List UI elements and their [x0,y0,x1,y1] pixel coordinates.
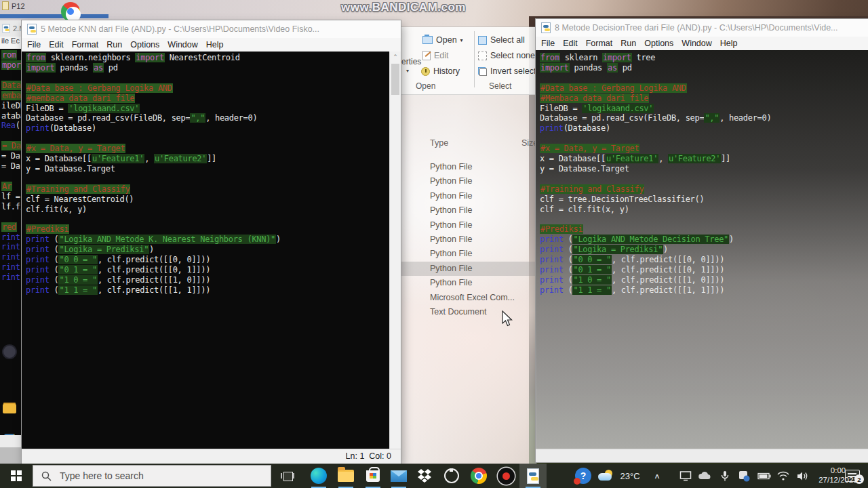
code-line: print ("1 1 = ", clf.predict([[1, 1]])) [26,285,401,296]
edge-icon [311,468,327,484]
open-button-label: Open [436,35,457,45]
code-line: FileDB = 'logikaand.csv' [540,104,868,114]
taskbar-python-idle[interactable] [519,464,547,488]
code-fragment: lf.fi [1,202,22,212]
task-view-button[interactable] [273,464,302,488]
battery-icon [757,472,771,480]
python-desktop-icon[interactable] [4,434,15,435]
start-button[interactable] [0,464,33,488]
background-window-titlebar[interactable]: 2.M [0,20,22,37]
taskbar-bandicam[interactable] [492,464,519,488]
explorer-row[interactable]: Python File [401,160,536,174]
select-none-icon [478,52,487,60]
code-line: print ("0 0 = ", clf.predict([[0, 0]])) [540,255,868,265]
properties-button-partial[interactable]: erties [401,57,421,66]
explorer-row[interactable]: Python File [401,276,536,290]
explorer-row[interactable]: Python File [401,174,536,188]
scroll-up-icon[interactable]: ⌃ [390,52,401,60]
weather-button[interactable] [597,464,616,488]
menu-item-window[interactable]: Window [163,40,201,49]
python-file-icon [541,22,551,33]
code-fragment: rint [1,262,20,272]
search-input[interactable] [58,470,248,482]
edit-button-label: Edit [434,51,449,60]
taskbar-file-explorer[interactable] [332,464,359,488]
explorer-row[interactable]: Microsoft Excel Com... [401,291,536,305]
taskbar-search[interactable] [33,465,271,487]
explorer-row[interactable]: Python File [401,189,536,203]
window-title: 5 Metode KNN dari File (AND).py - C:\Use… [41,24,319,34]
menu-item-options[interactable]: Options [640,39,677,48]
select-none-button[interactable]: Select none [478,51,535,60]
menu-item-run[interactable]: Run [616,39,640,48]
explorer-row[interactable]: Text Document [401,305,536,319]
menu-item-window[interactable]: Window [677,39,715,48]
chrome-desktop-icon[interactable] [61,2,80,21]
folder-desktop-icon[interactable] [3,404,16,413]
menu-item-run[interactable]: Run [102,40,126,49]
select-none-label: Select none [490,51,535,60]
open-button[interactable]: Open ▾ [422,35,463,45]
code-fragment: emba [1,91,22,101]
type-column-header[interactable]: Type [430,138,448,148]
tray-microphone-button[interactable] [716,464,734,488]
explorer-rows: Python FilePython FilePython FilePython … [401,160,536,319]
explorer-row[interactable]: Python File [401,232,536,247]
edit-button[interactable]: Edit [422,51,449,60]
menu-item-help[interactable]: Help [716,39,742,48]
explorer-row[interactable]: Python File [401,203,536,218]
titlebar[interactable]: 5 Metode KNN dari File (AND).py - C:\Use… [22,20,401,38]
tray-cast-button[interactable] [677,464,694,488]
menu-item-options[interactable]: Options [126,40,163,49]
scrollbar-thumb[interactable] [391,64,399,95]
statusbar-line-col: Ln: 1 Col: 0 [22,449,401,464]
background-window-menu: ile Ec [0,37,22,49]
code-line [540,215,868,225]
menu-item-edit[interactable]: Edit [559,39,582,48]
menu-item-format[interactable]: Format [582,39,617,48]
menu-item-file[interactable]: File [23,40,45,49]
code-editor-area[interactable]: from sklearn import treeimport pandas as… [536,50,868,449]
open-icon [422,36,433,44]
taskbar-dropbox[interactable] [411,464,438,488]
code-editor-area[interactable]: from sklearn.neighbors import NearestCen… [22,52,401,449]
tray-app-button[interactable] [735,464,753,488]
code-line: print ("Logika AND Metode K. Nearest Nei… [26,235,401,245]
vertical-scrollbar[interactable]: ⌃ [389,52,401,449]
taskbar-mail[interactable] [385,464,412,488]
menu-item-file[interactable]: File [537,39,559,48]
taskbar-store[interactable] [359,464,387,488]
menu-item-help[interactable]: Help [202,40,228,49]
taskbar-chrome[interactable] [465,464,492,488]
explorer-row[interactable]: Python File [401,262,536,276]
titlebar[interactable]: 8 Metode DecisionTree dari File (AND).py… [536,19,868,37]
statusbar [536,449,868,462]
microphone-icon [721,470,729,482]
code-line: from sklearn import tree [540,53,868,63]
background-idle-window[interactable]: 2.M ile Ec rom smportDataembaileDBatabaR… [0,20,22,464]
desktop-shortcut-icon[interactable] [3,346,16,358]
explorer-row[interactable]: Python File [401,218,536,232]
tray-expand-chevron[interactable]: ∧ [648,466,667,486]
code-line: x = Database[[u'Feature1', u'Feature2']] [26,154,401,164]
code-line: print ("Logika = Prediksi") [26,245,401,255]
code-line: #Membaca data dari file [540,94,868,104]
select-all-button[interactable]: Select all [478,35,525,45]
tray-onedrive-button[interactable] [696,464,713,488]
history-button[interactable]: History [421,66,460,76]
menu-item-edit[interactable]: Edit [45,40,68,49]
taskbar-edge[interactable] [305,464,332,488]
explorer-row[interactable]: Python File [401,247,536,261]
help-tray-button[interactable]: ? [571,464,595,488]
code-line: Database = pd.read_csv(FileDB, sep=",", … [26,113,401,123]
onedrive-cloud-icon [698,471,711,481]
action-center-button[interactable]: 2 [840,464,865,488]
tray-battery-button[interactable] [755,464,773,488]
desktop-file-p12[interactable]: P12 [2,1,25,10]
menu-item-format[interactable]: Format [68,40,103,49]
chevron-down-icon[interactable]: ▾ [406,68,409,74]
taskbar-ring-app[interactable] [438,464,465,488]
open-group-label: Open [416,81,435,91]
dropbox-icon [416,468,433,484]
weather-temperature[interactable]: 23°C [616,464,644,488]
